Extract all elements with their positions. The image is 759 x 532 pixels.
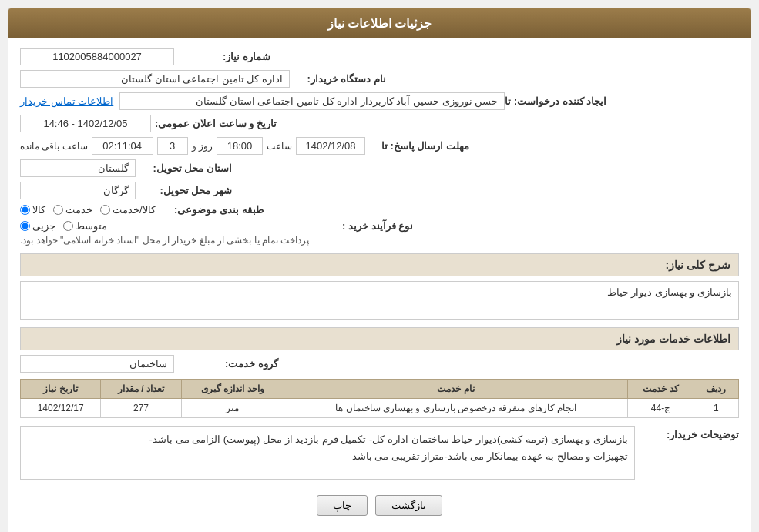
table-cell-4: 277 bbox=[101, 399, 181, 418]
notes-text: بازسازی و بهسازی (ترمه کشی)دیوار حیاط سا… bbox=[149, 433, 628, 462]
service-table: ردیف کد خدمت نام خدمت واحد اندازه گیری ت… bbox=[20, 379, 739, 418]
group-row: گروه خدمت: ساختمان bbox=[20, 355, 739, 373]
remaining-label: ساعت باقی مانده bbox=[20, 141, 88, 152]
group-label: گروه خدمت: bbox=[178, 358, 278, 370]
category-kala-khidmat[interactable]: کالا/خدمت bbox=[100, 204, 156, 216]
buyer-org-label: نام دستگاه خریدار: bbox=[290, 73, 390, 85]
description-box: بازسازی و بهسازی دیوار حیاط bbox=[20, 281, 739, 320]
col-row-num: ردیف bbox=[694, 380, 738, 399]
service-section: اطلاعات خدمات مورد نیاز گروه خدمت: ساختم… bbox=[20, 327, 739, 418]
process-jozi[interactable]: جزیی bbox=[20, 220, 55, 232]
notes-label: توضیحات خریدار: bbox=[639, 426, 739, 440]
days-label: روز و bbox=[192, 141, 213, 152]
category-kala[interactable]: کالا bbox=[20, 204, 45, 216]
need-number-value: 1102005884000027 bbox=[20, 48, 174, 65]
time-label: ساعت bbox=[267, 141, 292, 152]
province-value: گلستان bbox=[20, 159, 136, 177]
deadline-remaining-value: 02:11:04 bbox=[92, 137, 153, 155]
group-value: ساختمان bbox=[20, 355, 174, 373]
deadline-time-value: 18:00 bbox=[217, 137, 263, 155]
announce-date-value: 1402/12/05 - 14:46 bbox=[20, 115, 151, 132]
back-button[interactable]: بازگشت bbox=[375, 495, 442, 516]
table-cell-0: 1 bbox=[694, 399, 738, 418]
creator-link[interactable]: اطلاعات تماس خریدار bbox=[20, 95, 113, 107]
deadline-date-value: 1402/12/08 bbox=[296, 137, 365, 155]
category-label: طبقه بندی موضوعی: bbox=[163, 204, 264, 216]
col-name: نام خدمت bbox=[284, 380, 628, 399]
category-khidmat-label: خدمت bbox=[65, 204, 92, 216]
buyer-org-value: اداره کل تامین اجتماعی استان گلستان bbox=[20, 70, 290, 88]
city-value: گرگان bbox=[20, 182, 136, 199]
process-top: متوسط جزیی bbox=[20, 220, 107, 232]
page-container: جزئیات اطلاعات نیاز شماره نیاز: 11020058… bbox=[0, 0, 759, 532]
card-header: جزئیات اطلاعات نیاز bbox=[8, 8, 751, 38]
main-card: جزئیات اطلاعات نیاز شماره نیاز: 11020058… bbox=[8, 8, 751, 532]
announce-row: تاریخ و ساعت اعلان عمومی: 1402/12/05 - 1… bbox=[20, 115, 739, 132]
process-label: نوع فرآیند خرید : bbox=[313, 220, 413, 232]
table-cell-5: 1402/12/17 bbox=[21, 399, 101, 418]
category-kala-khidmat-radio[interactable] bbox=[100, 205, 110, 215]
table-row: 1ج-44انجام کارهای متفرقه درخصوص بازسازی … bbox=[21, 399, 739, 418]
creator-name-value: حسن نوروزی حسین آباد کاربرداز اداره کل ت… bbox=[119, 92, 505, 110]
process-jozi-label: جزیی bbox=[32, 220, 55, 232]
province-row: استان محل تحویل: گلستان bbox=[20, 159, 739, 177]
process-note: پرداخت تمام یا بخشی از مبلغ خریدار از مح… bbox=[20, 235, 309, 246]
process-row: نوع فرآیند خرید : متوسط جزیی پرداخت تمام… bbox=[20, 220, 739, 246]
buyer-org-row: نام دستگاه خریدار: اداره کل تامین اجتماع… bbox=[20, 70, 739, 88]
province-label: استان محل تحویل: bbox=[136, 162, 236, 174]
page-title: جزئیات اطلاعات نیاز bbox=[327, 17, 432, 30]
category-khidmat[interactable]: خدمت bbox=[53, 204, 92, 216]
table-cell-3: متر bbox=[181, 399, 284, 418]
process-motavasset-radio[interactable] bbox=[63, 221, 73, 231]
deadline-label: مهلت ارسال پاسخ: تا bbox=[369, 140, 469, 152]
sharh-row: بازسازی و بهسازی دیوار حیاط bbox=[20, 281, 739, 320]
buttons-row: بازگشت چاپ bbox=[20, 487, 739, 527]
deadline-row: مهلت ارسال پاسخ: تا 1402/12/08 ساعت 18:0… bbox=[20, 137, 739, 155]
category-kala-label: کالا bbox=[32, 204, 45, 216]
col-code: کد خدمت bbox=[628, 380, 694, 399]
need-number-row: شماره نیاز: 1102005884000027 bbox=[20, 48, 739, 65]
process-jozi-radio[interactable] bbox=[20, 221, 30, 231]
category-kala-khidmat-label: کالا/خدمت bbox=[113, 204, 156, 216]
table-cell-2: انجام کارهای متفرقه درخصوص بازسازی و بهس… bbox=[284, 399, 628, 418]
col-unit: واحد اندازه گیری bbox=[181, 380, 284, 399]
notes-row: توضیحات خریدار: بازسازی و بهسازی (ترمه ک… bbox=[20, 426, 739, 480]
col-date: تاریخ نیاز bbox=[21, 380, 101, 399]
print-button[interactable]: چاپ bbox=[317, 495, 368, 516]
announce-label: تاریخ و ساعت اعلان عمومی: bbox=[155, 118, 280, 129]
creator-row: ایجاد کننده درخواست: تا حسن نوروزی حسین … bbox=[20, 92, 739, 110]
deadline-days-value: 3 bbox=[157, 137, 188, 155]
creator-label: ایجاد کننده درخواست: تا bbox=[505, 95, 610, 107]
description-section-header: شرح کلی نیاز: bbox=[20, 253, 739, 276]
process-options: متوسط جزیی پرداخت تمام یا بخشی از مبلغ خ… bbox=[20, 220, 309, 246]
city-row: شهر محل تحویل: گرگان bbox=[20, 182, 739, 199]
notes-box: بازسازی و بهسازی (ترمه کشی)دیوار حیاط سا… bbox=[20, 426, 635, 480]
category-row: طبقه بندی موضوعی: کالا/خدمت خدمت کالا bbox=[20, 204, 739, 216]
process-motavasset-label: متوسط bbox=[76, 220, 107, 232]
description-section-label: شرح کلی نیاز: bbox=[666, 259, 730, 271]
service-header: اطلاعات خدمات مورد نیاز bbox=[20, 327, 739, 350]
table-cell-1: ج-44 bbox=[628, 399, 694, 418]
deadline-fields: 1402/12/08 ساعت 18:00 روز و 3 02:11:04 س… bbox=[20, 137, 365, 155]
category-kala-radio[interactable] bbox=[20, 205, 30, 215]
category-khidmat-radio[interactable] bbox=[53, 205, 63, 215]
col-quantity: تعداد / مقدار bbox=[101, 380, 181, 399]
need-number-label: شماره نیاز: bbox=[174, 51, 274, 62]
city-label: شهر محل تحویل: bbox=[136, 185, 236, 196]
card-body: شماره نیاز: 1102005884000027 نام دستگاه … bbox=[8, 38, 751, 532]
process-motavaseт[interactable]: متوسط bbox=[63, 220, 107, 232]
